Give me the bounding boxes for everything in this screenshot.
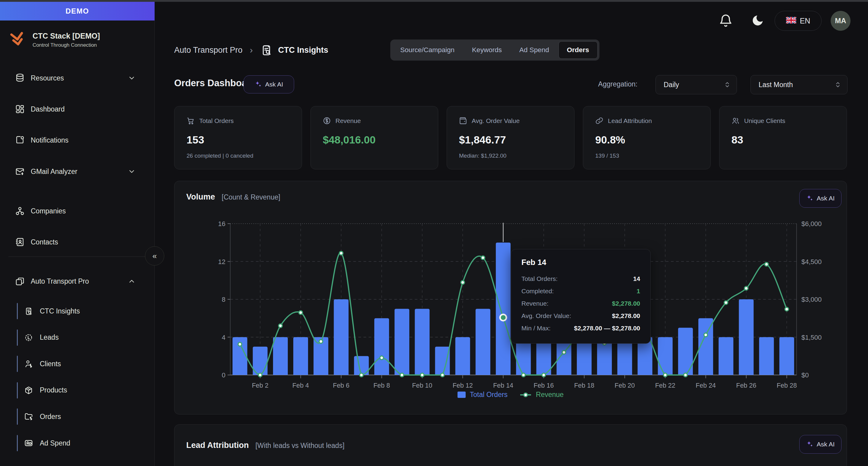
bar-feb-13[interactable] [475,309,490,375]
companies-icon [15,206,25,216]
ad-spend-icon [24,439,33,447]
bar-feb-22[interactable] [658,337,673,375]
sidebar-item-auto-transport-pro[interactable]: Auto Transport Pro [0,271,154,291]
sidebar-item-resources[interactable]: Resources [0,68,154,88]
chart-tooltip: Feb 14 Total Orders: 14Completed: 1Reven… [511,249,651,344]
bar-feb-28[interactable] [779,337,794,375]
aggregation-select[interactable]: Daily [655,75,737,94]
notifications-bell-icon[interactable] [718,13,733,28]
sparkle-icon [255,81,262,88]
kpi-card-total-orders: Total Orders 153 26 completed | 0 cancel… [174,106,302,169]
tab-source-campaign[interactable]: Source/Campaign [392,41,463,59]
revenue-point[interactable] [339,251,343,255]
project-icon [15,276,25,286]
lead-attribution-subtitle: [With leads vs Without leads] [255,442,344,450]
revenue-point[interactable] [724,301,728,305]
sidebar-item-gmail-analyzer[interactable]: GMail Analyzer [0,161,154,182]
sidebar-item-label: Clients [40,360,61,368]
svg-text:0: 0 [222,371,225,379]
legend-item-total-orders[interactable]: Total Orders [458,391,507,399]
dashboard-icon [15,104,25,114]
bar-feb-6[interactable] [334,299,349,375]
revenue-point[interactable] [785,307,788,311]
revenue-point[interactable] [562,350,566,354]
revenue-point[interactable] [542,373,546,377]
sidebar-item-notifications[interactable]: Notifications [0,130,154,150]
sidebar-subitem-ctc-insights[interactable]: CTC Insights [0,301,154,322]
revenue-point[interactable] [461,281,464,284]
sidebar-item-dashboard[interactable]: Dashboard [0,99,154,119]
revenue-point[interactable] [744,287,748,290]
revenue-point[interactable] [238,342,242,346]
dark-mode-moon-icon[interactable] [751,14,764,27]
tooltip-label: Revenue: [521,300,549,307]
sidebar-subitem-ad-spend[interactable]: Ad Spend [0,433,154,454]
bar-feb-14[interactable] [496,243,510,375]
revenue-point[interactable] [522,373,525,377]
ask-ai-button[interactable]: Ask AI [244,75,294,93]
sidebar-subitem-products[interactable]: Products [0,380,154,401]
tab-orders[interactable]: Orders [558,41,598,59]
chevrons-up-down-icon [724,80,731,89]
tooltip-row: Avg. Order Value: $2,278.00 [521,310,640,322]
sidebar-item-label: Companies [31,207,66,215]
bar-feb-3[interactable] [273,337,288,375]
revenue-point[interactable] [360,373,363,377]
avatar[interactable]: MA [831,11,850,31]
sidebar-item-contacts[interactable]: Contacts [0,232,154,252]
sidebar-item-label: Notifications [31,136,68,144]
sidebar-item-companies[interactable]: Companies [0,201,154,221]
language-code: EN [800,17,810,25]
revenue-point[interactable] [299,311,303,314]
legend-item-revenue[interactable]: Revenue [520,391,564,399]
sidebar-subitem-leads[interactable]: Leads [0,327,154,348]
users-icon [732,117,740,125]
bar-feb-8[interactable] [374,318,389,375]
revenue-point[interactable] [765,262,768,266]
bar-feb-27[interactable] [759,337,774,375]
revenue-point[interactable] [481,256,485,259]
svg-text:12: 12 [218,258,225,266]
kpi-value: $1,846.77 [459,134,562,146]
tab-keywords[interactable]: Keywords [464,41,510,59]
bar-feb-4[interactable] [293,337,308,375]
revenue-point[interactable] [400,373,404,377]
revenue-point[interactable] [684,373,687,377]
wallet-icon [459,117,467,125]
sidebar-subitem-clients[interactable]: Clients [0,353,154,374]
contacts-icon [15,237,25,247]
kpi-value: 83 [732,134,835,146]
kpi-title: Total Orders [199,117,234,124]
lead-ask-ai-button[interactable]: Ask AI [799,435,841,454]
revenue-point[interactable] [319,340,323,343]
revenue-point[interactable] [421,373,424,377]
sidebar-subitem-orders[interactable]: Orders [0,406,154,427]
revenue-point[interactable] [258,373,262,377]
revenue-point[interactable] [278,324,282,328]
date-range-select[interactable]: Last Month [750,75,847,94]
sidebar-item-label: Products [40,386,67,394]
tab-ad-spend[interactable]: Ad Spend [511,41,557,59]
bar-feb-11[interactable] [435,347,450,375]
revenue-point[interactable] [704,333,708,337]
language-selector[interactable]: EN [775,11,822,31]
volume-ask-ai-button[interactable]: Ask AI [799,189,841,208]
bar-feb-10[interactable] [415,309,430,375]
bar-feb-26[interactable] [739,299,754,375]
bar-feb-25[interactable] [718,337,733,375]
kpi-value: $48,016.00 [323,134,426,146]
bar-feb-12[interactable] [456,337,470,375]
revenue-point[interactable] [663,373,667,377]
tooltip-row: Revenue: $2,278.00 [521,297,640,310]
revenue-point[interactable] [380,356,383,360]
kpi-title: Revenue [336,117,361,124]
notifications-icon [15,135,25,145]
revenue-point-highlight[interactable] [500,314,506,321]
breadcrumb-parent[interactable]: Auto Transport Pro [174,45,243,55]
bar-feb-9[interactable] [395,309,409,375]
uk-flag-icon [786,17,796,25]
tooltip-row: Total Orders: 14 [521,273,640,285]
chevron-up-icon [128,277,135,285]
sidebar-collapse-button[interactable]: « [145,246,164,266]
revenue-point[interactable] [441,373,444,377]
